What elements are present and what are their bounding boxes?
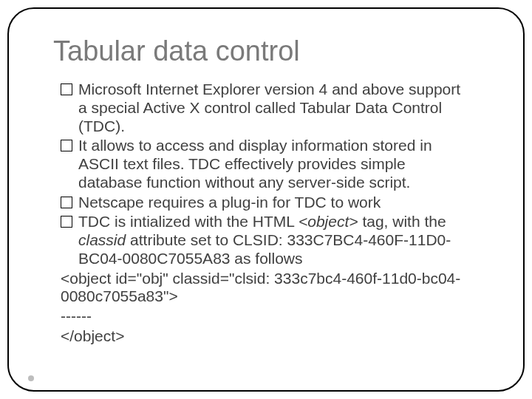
bullet-item: It allows to access and display informat… [61,137,471,191]
bullet-text: It allows to access and display informat… [78,137,432,191]
code-line: </object> [61,327,471,346]
bullet-text: Microsoft Internet Explorer version 4 an… [78,81,460,134]
bullet-text-post: attribute set to CLSID: 333C7BC4-460F-11… [78,231,451,267]
slide-title: Tabular data control [53,35,516,67]
checkbox-icon [61,216,72,228]
bullet-text-pre: TDC is intialized with the HTML [78,213,299,230]
bullet-item: Microsoft Internet Explorer version 4 an… [61,81,471,135]
bullet-text-mid: tag, with the [358,213,446,230]
code-dashes: ------ [61,307,471,326]
checkbox-icon [61,197,72,208]
slide: Tabular data control Microsoft Internet … [0,0,532,399]
classid-italic: classid [78,231,126,248]
bullet-item: Netscape requires a plug-in for TDC to w… [61,194,471,212]
code-line: <object id="obj" classid="clsid: 333c7bc… [61,270,471,307]
bullet-text: Netscape requires a plug-in for TDC to w… [78,194,381,211]
object-tag-italic: <object> [299,213,358,230]
footer-dot-icon [28,375,34,381]
checkbox-icon [61,140,72,151]
checkbox-icon [61,83,72,95]
slide-body: Microsoft Internet Explorer version 4 an… [61,81,471,346]
bullet-item: TDC is intialized with the HTML <object>… [61,213,471,267]
